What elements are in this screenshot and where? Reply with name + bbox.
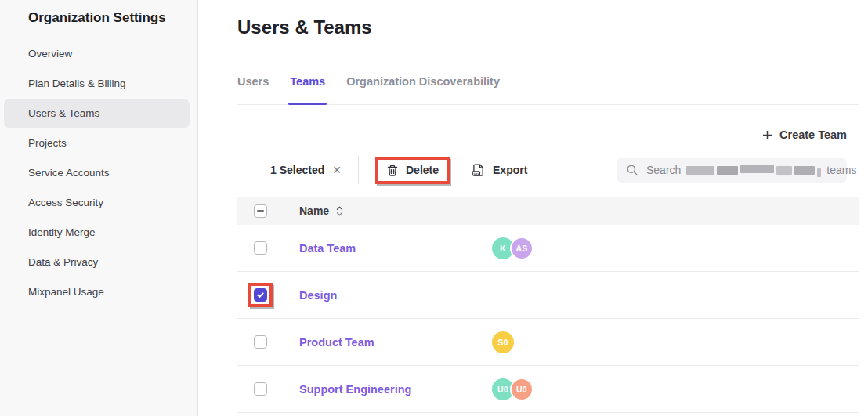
tab-users[interactable]: Users	[237, 75, 269, 104]
select-all-checkbox[interactable]	[254, 204, 267, 218]
row-product-team-checkbox[interactable]	[254, 335, 267, 349]
sidebar-title: Organization Settings	[0, 0, 197, 26]
export-button[interactable]: csv Export	[471, 163, 527, 178]
team-name-link[interactable]: Support Engineering	[299, 383, 411, 396]
delete-button[interactable]: Delete	[378, 160, 447, 181]
search-input[interactable]: Search teams	[617, 158, 847, 183]
sidebar-item-plan-details-billing[interactable]: Plan Details & Billing	[4, 69, 190, 99]
sort-icon[interactable]	[336, 205, 343, 217]
sidebar: Organization Settings Overview Plan Deta…	[0, 0, 198, 416]
delete-annotation-box: Delete	[375, 157, 450, 184]
teams-table: Name Data Team K AS	[237, 197, 859, 413]
avatar: S0	[492, 331, 514, 353]
selected-count: 1 Selected	[270, 164, 324, 176]
sidebar-item-mixpanel-usage[interactable]: Mixpanel Usage	[4, 277, 190, 307]
member-avatars: K AS	[492, 237, 533, 260]
row-support-engineering-checkbox[interactable]	[254, 382, 267, 396]
sidebar-item-data-privacy[interactable]: Data & Privacy	[4, 248, 190, 277]
check-icon	[256, 291, 265, 299]
trash-icon	[386, 164, 399, 177]
search-placeholder-suffix: teams	[826, 164, 856, 176]
sidebar-item-access-security[interactable]: Access Security	[4, 188, 190, 218]
team-name-link[interactable]: Data Team	[299, 242, 356, 255]
tab-organization-discoverability[interactable]: Organization Discoverability	[346, 75, 500, 104]
table-row: Data Team K AS	[237, 225, 859, 272]
clear-selection-icon[interactable]: ✕	[332, 164, 342, 176]
name-column-header: Name	[299, 204, 329, 217]
team-name-link[interactable]: Design	[299, 289, 337, 302]
team-name-link[interactable]: Product Team	[299, 336, 374, 349]
table-row: Product Team S0	[237, 319, 859, 366]
search-placeholder-prefix: Search	[646, 164, 681, 176]
create-team-label: Create Team	[779, 128, 847, 141]
table-header-row: Name	[237, 197, 859, 225]
row-data-team-checkbox[interactable]	[254, 241, 267, 255]
tab-bar: Users Teams Organization Discoverability	[237, 75, 859, 105]
sidebar-item-users-teams[interactable]: Users & Teams	[4, 99, 190, 128]
redacted-text-blocks	[686, 166, 821, 175]
avatar: AS	[510, 237, 533, 260]
sidebar-item-overview[interactable]: Overview	[4, 39, 190, 69]
delete-button-label: Delete	[406, 164, 439, 176]
avatar: U0	[510, 378, 533, 401]
plus-icon	[762, 130, 772, 140]
table-row: Design	[237, 272, 859, 319]
checkbox-annotation-box	[248, 283, 273, 307]
member-avatars: U0 U0	[492, 378, 533, 401]
actions-row: Create Team	[237, 121, 859, 149]
export-button-label: Export	[493, 164, 527, 176]
sidebar-item-projects[interactable]: Projects	[4, 128, 190, 158]
sidebar-item-identity-merge[interactable]: Identity Merge	[4, 218, 190, 248]
member-avatars: S0	[492, 331, 514, 353]
sidebar-nav: Overview Plan Details & Billing Users & …	[0, 39, 197, 307]
main-content: Users & Teams Users Teams Organization D…	[198, 0, 868, 416]
search-icon	[626, 164, 638, 176]
table-row: Support Engineering U0 U0	[237, 366, 859, 413]
csv-export-icon: csv	[471, 163, 486, 178]
tab-teams[interactable]: Teams	[290, 75, 325, 104]
bulk-actions-toolbar: 1 Selected ✕ Delete csv Expo	[237, 154, 859, 186]
row-design-checkbox[interactable]	[254, 288, 267, 302]
create-team-button[interactable]: Create Team	[762, 128, 847, 141]
toolbar-divider	[358, 156, 359, 184]
selection-indicator: 1 Selected ✕	[270, 164, 342, 176]
svg-text:csv: csv	[474, 171, 480, 175]
page-title: Users & Teams	[237, 16, 859, 39]
sidebar-item-service-accounts[interactable]: Service Accounts	[4, 158, 190, 188]
